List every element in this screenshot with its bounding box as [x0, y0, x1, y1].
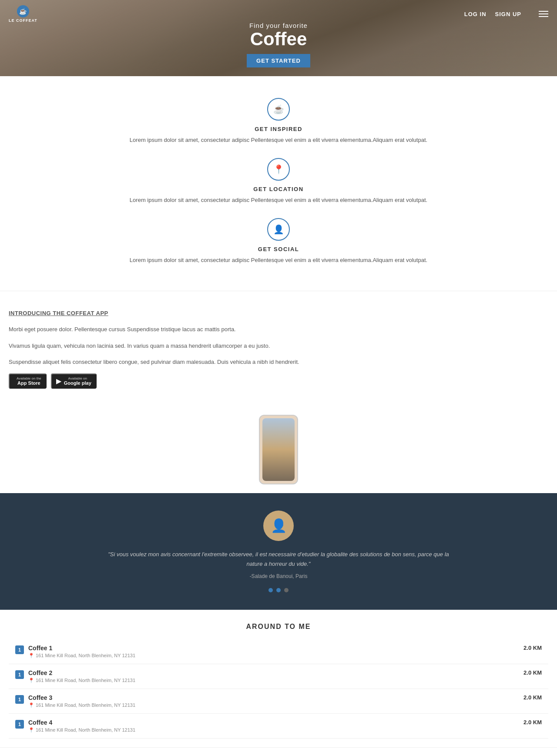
inspired-title: GET INSPIRED: [9, 126, 548, 132]
pin-icon: 📍: [28, 653, 34, 659]
nav-links: LOG IN SIGN UP: [464, 11, 548, 17]
pin-icon: 📍: [28, 678, 34, 683]
item-distance: 2.0 KM: [523, 645, 542, 651]
item-info: Coffee 4 📍 161 Mine Kill Road, North Ble…: [28, 719, 523, 733]
dot-1[interactable]: [268, 588, 273, 592]
app-intro-section: INTRODUCING THE COFFEAT APP Morbi eget p…: [0, 291, 557, 406]
testimonial-avatar: 👤: [263, 511, 294, 541]
item-name: Coffee 2: [28, 669, 523, 676]
item-address: 📍 161 Mine Kill Road, North Blenheim, NY…: [28, 653, 523, 659]
social-icon: 👤: [267, 218, 290, 241]
dot-3[interactable]: [284, 588, 289, 592]
inspired-desc: Lorem ipsum dolor sit amet, consectetur …: [126, 136, 431, 145]
social-title: GET SOCIAL: [9, 246, 548, 252]
android-icon: ▶: [56, 377, 61, 385]
pin-icon: 📍: [28, 727, 34, 733]
logo[interactable]: ☕ LE COFFEAT: [9, 5, 37, 23]
inspired-icon: ☕: [267, 98, 290, 121]
item-name: Coffee 1: [28, 645, 523, 652]
list-item[interactable]: 1 Coffee 4 📍 161 Mine Kill Road, North B…: [9, 714, 548, 739]
item-badge: 1: [15, 645, 24, 654]
hero-section: ☕ LE COFFEAT LOG IN SIGN UP Find your fa…: [0, 0, 557, 76]
item-name: Coffee 3: [28, 694, 523, 701]
feature-location: 📍 GET LOCATION Lorem ipsum dolor sit ame…: [9, 158, 548, 205]
signup-link[interactable]: SIGN UP: [495, 11, 521, 17]
item-address: 📍 161 Mine Kill Road, North Blenheim, NY…: [28, 678, 523, 683]
item-info: Coffee 2 📍 161 Mine Kill Road, North Ble…: [28, 669, 523, 683]
navbar: ☕ LE COFFEAT LOG IN SIGN UP: [0, 0, 557, 28]
item-address: 📍 161 Mine Kill Road, North Blenheim, NY…: [28, 702, 523, 708]
hero-title: Coffee: [247, 29, 310, 49]
location-desc: Lorem ipsum dolor sit amet, consectetur …: [126, 196, 431, 205]
heading-underline: INTRODUCING: [9, 310, 51, 316]
testimonial-section: 👤 "Si vous voulez mon avis concernant l'…: [0, 493, 557, 610]
location-title: GET LOCATION: [9, 186, 548, 192]
testimonial-dots: [26, 588, 531, 592]
item-name: Coffee 4: [28, 719, 523, 726]
appstore-button[interactable]: Available on the App Store: [9, 373, 47, 389]
app-intro-heading: INTRODUCING THE COFFEAT APP: [9, 309, 400, 318]
googleplay-button[interactable]: ▶ Available on Google play: [51, 373, 97, 389]
footer: ☕ LE COFFEAT 2018: [0, 747, 557, 756]
around-title: AROUND TO ME: [9, 623, 548, 631]
list-item[interactable]: 1 Coffee 1 📍 161 Mine Kill Road, North B…: [9, 639, 548, 664]
logo-icon: ☕: [17, 5, 29, 17]
app-intro-para2: Vivamus ligula quam, vehicula non lacini…: [9, 341, 400, 351]
feature-social: 👤 GET SOCIAL Lorem ipsum dolor sit amet,…: [9, 218, 548, 265]
appstore-label: Available on the App Store: [17, 376, 41, 386]
heading-rest: THE COFFEAT APP: [51, 310, 108, 316]
store-buttons: Available on the App Store ▶ Available o…: [9, 373, 548, 389]
hamburger-menu[interactable]: [539, 11, 548, 17]
feature-inspired: ☕ GET INSPIRED Lorem ipsum dolor sit ame…: [9, 98, 548, 145]
get-started-button[interactable]: GET STARTED: [247, 54, 310, 67]
item-distance: 2.0 KM: [523, 694, 542, 701]
phone-mockup-section: [0, 406, 557, 493]
item-info: Coffee 1 📍 161 Mine Kill Road, North Ble…: [28, 645, 523, 659]
item-address: 📍 161 Mine Kill Road, North Blenheim, NY…: [28, 727, 523, 733]
app-intro-para1: Morbi eget posuere dolor. Pellentesque c…: [9, 325, 400, 334]
testimonial-author: -Salade de Banoui, Paris: [26, 573, 531, 579]
login-link[interactable]: LOG IN: [464, 11, 487, 17]
phone-mockup: [259, 415, 298, 484]
app-intro-para3: Suspendisse aliquet felis consectetur li…: [9, 357, 400, 367]
social-desc: Lorem ipsum dolor sit amet, consectetur …: [126, 256, 431, 265]
item-info: Coffee 3 📍 161 Mine Kill Road, North Ble…: [28, 694, 523, 708]
item-distance: 2.0 KM: [523, 669, 542, 676]
dot-2[interactable]: [276, 588, 281, 592]
item-badge: 1: [15, 720, 24, 729]
item-distance: 2.0 KM: [523, 719, 542, 726]
list-item[interactable]: 1 Coffee 2 📍 161 Mine Kill Road, North B…: [9, 664, 548, 689]
googleplay-label: Available on Google play: [64, 376, 91, 386]
item-badge: 1: [15, 670, 24, 679]
logo-text: LE COFFEAT: [9, 18, 37, 23]
phone-screen: [262, 418, 295, 481]
item-badge: 1: [15, 695, 24, 704]
list-item[interactable]: 1 Coffee 3 📍 161 Mine Kill Road, North B…: [9, 689, 548, 714]
around-section: AROUND TO ME 1 Coffee 1 📍 161 Mine Kill …: [0, 610, 557, 747]
pin-icon: 📍: [28, 702, 34, 708]
location-icon: 📍: [267, 158, 290, 181]
testimonial-quote: "Si vous voulez mon avis concernant l'ex…: [104, 550, 453, 569]
features-section: ☕ GET INSPIRED Lorem ipsum dolor sit ame…: [0, 76, 557, 291]
